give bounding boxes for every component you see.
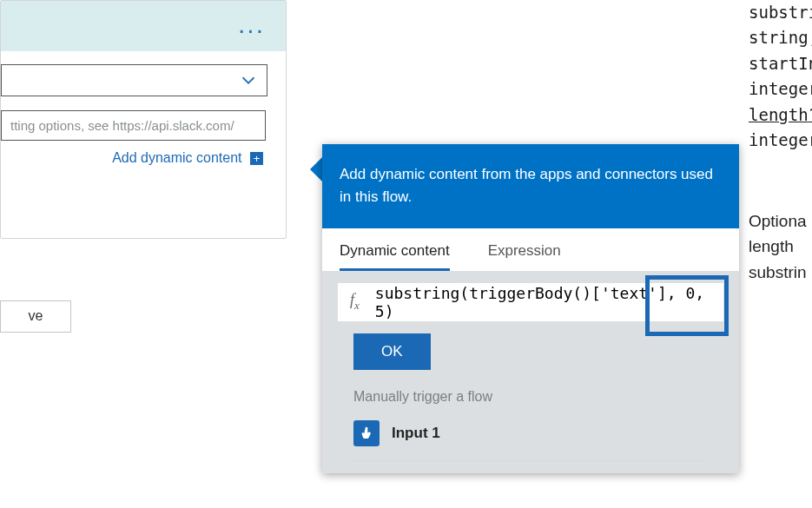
item-label: Input 1	[392, 425, 440, 442]
expression-text: substring(triggerBody()['text'], 0, 5)	[375, 284, 711, 320]
add-dynamic-content-link[interactable]: Add dynamic content +	[112, 150, 263, 166]
plus-icon: +	[250, 152, 263, 165]
message-text-input[interactable]: tting options, see https://api.slack.com…	[1, 110, 266, 141]
chevron-down-icon	[239, 70, 258, 93]
flyout-header: Add dynamic content from the apps and co…	[322, 144, 739, 228]
syntax-line: integer	[749, 128, 812, 153]
syntax-line: startIn	[749, 51, 812, 76]
tab-expression[interactable]: Expression	[488, 242, 561, 271]
syntax-line: integer	[749, 76, 812, 102]
dynamic-item-input1[interactable]: Input 1	[338, 413, 723, 460]
description-panel: Optiona length substrin	[749, 208, 807, 285]
desc-line: Optiona	[749, 208, 807, 234]
touch-icon	[353, 420, 380, 446]
expression-area: fx substring(triggerBody()['text'], 0, 5…	[322, 271, 739, 473]
syntax-line: substri	[749, 0, 812, 25]
save-button[interactable]: ve	[0, 300, 71, 333]
desc-line: length	[749, 234, 807, 259]
syntax-panel: substri string, startIn integer length? …	[749, 0, 812, 154]
tab-dynamic-content[interactable]: Dynamic content	[340, 242, 450, 271]
dynamic-content-flyout: Add dynamic content from the apps and co…	[322, 144, 739, 473]
fx-icon: fx	[350, 291, 360, 313]
expression-input[interactable]: fx substring(triggerBody()['text'], 0, 5…	[338, 283, 723, 321]
ok-button[interactable]: OK	[353, 333, 431, 370]
flyout-tabs: Dynamic content Expression	[322, 228, 739, 271]
flyout-arrow	[310, 157, 322, 181]
channel-select[interactable]	[1, 64, 267, 96]
syntax-line: string,	[749, 25, 812, 50]
action-card: ··· tting options, see https://api.slack…	[0, 0, 287, 239]
more-button[interactable]: ···	[238, 15, 265, 44]
card-header: ···	[1, 1, 286, 51]
desc-line: substrin	[749, 260, 807, 285]
syntax-line: length?	[749, 102, 812, 128]
section-label: Manually trigger a flow	[338, 370, 723, 413]
divider	[353, 460, 708, 461]
adc-link-label: Add dynamic content	[112, 150, 241, 165]
